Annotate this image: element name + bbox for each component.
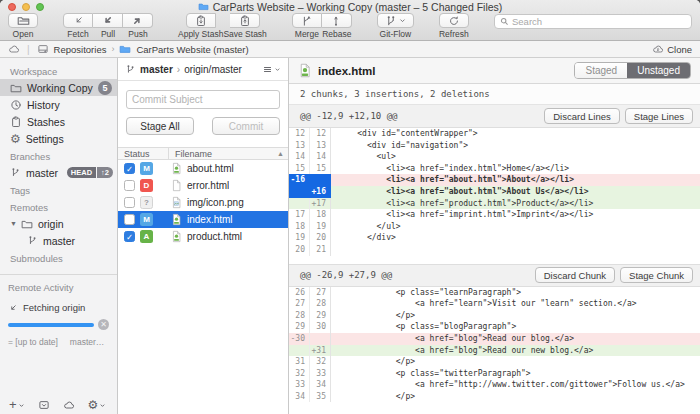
toolbar-button-face-open[interactable]: [8, 13, 38, 28]
diff-line[interactable]: -16 <li><a href="about.html">About</a></…: [289, 174, 700, 186]
discard-button-chunk-1[interactable]: Discard Chunk: [535, 267, 615, 283]
search-field[interactable]: [494, 14, 692, 29]
diff-line[interactable]: 2930 <p class="blogParagraph">: [289, 321, 700, 333]
file-row-img-icon-png[interactable]: ?img/icon.png: [118, 194, 288, 211]
staged-tab[interactable]: Staged: [575, 63, 627, 78]
sidebar-item-history[interactable]: History: [0, 96, 117, 113]
toolbar-button-face-merge[interactable]: [292, 13, 322, 28]
head-badge-label: HEAD: [67, 167, 96, 178]
column-filename[interactable]: Filename ▲: [169, 149, 288, 159]
sidebar-item-master[interactable]: masterHEAD↑2: [0, 164, 117, 181]
stage-checkbox[interactable]: [124, 197, 135, 208]
toolbar-button-face-git-flow[interactable]: [377, 13, 414, 28]
toolbar-button-face-push[interactable]: [123, 13, 153, 28]
add-button[interactable]: +: [9, 399, 25, 411]
window-header: CarParts Website – Working Copy (master …: [0, 0, 700, 41]
sidebar-item-working-copy[interactable]: Working Copy5: [0, 79, 117, 96]
old-line-number: -30: [289, 333, 310, 345]
diff-line[interactable]: 1515 <li><a href="index.html">Home</a></…: [289, 163, 700, 175]
sidebar-item-master[interactable]: master: [0, 232, 117, 249]
diff-line[interactable]: 2829 </p>: [289, 310, 700, 322]
diff-line[interactable]: 1819 </ul>: [289, 221, 700, 233]
commit-subject-input[interactable]: [126, 90, 280, 109]
toolbar-button-git-flow[interactable]: Git-Flow: [377, 13, 414, 39]
diff-line[interactable]: 2021: [289, 244, 700, 256]
diff-line[interactable]: -30 <a href="blog">Read our blog.</a>: [289, 333, 700, 345]
upstream-branch[interactable]: origin/master: [184, 64, 242, 75]
column-status[interactable]: Status: [118, 148, 169, 159]
diff-line[interactable]: 3132 </p>: [289, 356, 700, 368]
diff-line[interactable]: 1414 <ul>: [289, 151, 700, 163]
diff-line[interactable]: 3334 <a href="http://www.twitter.com/git…: [289, 379, 700, 391]
view-options-button[interactable]: [262, 64, 281, 75]
discard-button-chunk-0[interactable]: Discard Lines: [544, 108, 620, 124]
settings-gear-button[interactable]: ⚙: [88, 399, 107, 411]
toolbar-button-face-pull[interactable]: [93, 13, 123, 28]
current-branch[interactable]: master: [140, 64, 173, 75]
merge-icon: [301, 15, 313, 27]
close-window-button[interactable]: [8, 3, 16, 11]
toolbar-button-open[interactable]: Open: [8, 13, 38, 39]
diff-line[interactable]: +16 <li><a href="about.html">About Us</a…: [289, 186, 700, 198]
file-row-index-html[interactable]: Mindex.html: [118, 211, 288, 228]
breadcrumb-repo[interactable]: CarParts Website (master): [136, 44, 248, 55]
fetch-icon: [73, 15, 84, 26]
file-row-error-html[interactable]: Derror.html: [118, 177, 288, 194]
unstaged-tab[interactable]: Unstaged: [627, 63, 690, 78]
toolbar-button-apply-stash[interactable]: Apply Stash: [178, 13, 223, 39]
toolbar-button-face-apply-stash[interactable]: [186, 13, 216, 28]
diff-line[interactable]: 1313 <div id="navigation">: [289, 140, 700, 152]
file-row-about-html[interactable]: ✓Mabout.html: [118, 160, 288, 177]
code-line: <p class="learnParagraph">: [331, 287, 700, 299]
diff-line[interactable]: 2728 <a href="learn">Visit our "learn" s…: [289, 298, 700, 310]
toolbar-button-fetch[interactable]: Fetch: [63, 13, 93, 39]
toolbar-button-save-stash[interactable]: Save Stash: [223, 13, 266, 39]
chevron-down-icon: [399, 17, 406, 24]
diff-line[interactable]: 3435 </p>: [289, 391, 700, 403]
search-input[interactable]: [512, 16, 686, 27]
stage-checkbox[interactable]: [124, 180, 135, 191]
breadcrumb-repositories[interactable]: Repositories: [54, 44, 107, 55]
toolbar-button-face-rebase[interactable]: [322, 13, 352, 28]
file-row-product-html[interactable]: ✓Aproduct.html: [118, 228, 288, 245]
tray-button[interactable]: [38, 399, 50, 411]
sidebar-item-origin[interactable]: ▼origin: [0, 215, 117, 232]
toolbar-button-rebase[interactable]: Rebase: [322, 13, 352, 39]
stage-checkbox[interactable]: [124, 214, 135, 225]
stage-button-chunk-1[interactable]: Stage Chunk: [620, 267, 693, 283]
clone-button[interactable]: Clone: [652, 43, 692, 55]
stage-button-chunk-0[interactable]: Stage Lines: [625, 108, 693, 124]
diff-line[interactable]: 1212 <div id="contentWrapper">: [289, 128, 700, 140]
toolbar-button-face-refresh[interactable]: [439, 13, 469, 28]
diff-line[interactable]: 1718 <li><a href="imprint.html">Imprint<…: [289, 209, 700, 221]
toolbar-button-face-fetch[interactable]: [63, 13, 93, 28]
toolbar-button-merge[interactable]: Merge: [292, 13, 322, 39]
diff-line[interactable]: +31 <a href="blog">Read our new blog.</a…: [289, 345, 700, 357]
branch-icon: [125, 64, 136, 75]
zoom-window-button[interactable]: [36, 3, 44, 11]
minimize-window-button[interactable]: [22, 3, 30, 11]
disclosure-triangle-icon[interactable]: ▼: [10, 220, 17, 227]
toolbar-button-face-save-stash[interactable]: [230, 13, 260, 28]
old-line-number: 19: [289, 232, 310, 244]
cancel-fetch-button[interactable]: ✕: [98, 319, 109, 330]
toolbar-button-pull[interactable]: Pull: [93, 13, 123, 39]
new-line-number: [310, 333, 331, 345]
stage-checkbox[interactable]: ✓: [124, 163, 135, 174]
diff-line[interactable]: 3233 <p class="twitterParagraph">: [289, 368, 700, 380]
commit-button[interactable]: Commit: [212, 117, 280, 135]
cloud-service-button[interactable]: [63, 399, 75, 411]
sidebar-item-stashes[interactable]: Stashes: [0, 113, 117, 130]
chunk-range-label: @@ -12,9 +12,10 @@: [300, 111, 398, 121]
breadcrumb-separator: ›: [111, 44, 114, 54]
toolbar-button-push[interactable]: Push: [123, 13, 153, 39]
diff-line[interactable]: 1920 </div>: [289, 232, 700, 244]
stage-all-button[interactable]: Stage All: [126, 117, 194, 135]
stage-checkbox[interactable]: ✓: [124, 231, 135, 242]
toolbar-button-refresh[interactable]: Refresh: [439, 13, 469, 39]
code-line: <a href="blog">Read our blog.</a>: [331, 333, 700, 345]
diff-line[interactable]: +17 <li><a href="product.html">Product</…: [289, 198, 700, 210]
sidebar-item-settings[interactable]: ⚙Settings: [0, 130, 117, 147]
cloud-icon[interactable]: [8, 43, 20, 55]
diff-line[interactable]: 2627 <p class="learnParagraph">: [289, 287, 700, 299]
